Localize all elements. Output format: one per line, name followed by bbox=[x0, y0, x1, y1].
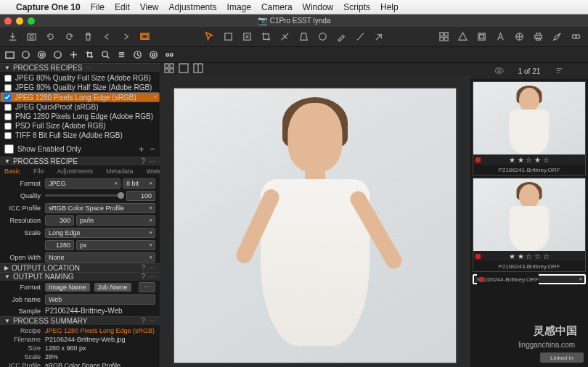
details-tab-icon[interactable] bbox=[100, 49, 111, 60]
eraser-icon[interactable] bbox=[354, 30, 367, 44]
color-tag[interactable] bbox=[479, 277, 484, 282]
visibility-icon[interactable] bbox=[494, 66, 504, 77]
focus-mask-icon[interactable] bbox=[475, 30, 488, 44]
reset-icon[interactable] bbox=[44, 30, 57, 44]
keystone-icon[interactable] bbox=[297, 30, 310, 44]
rotate-icon[interactable] bbox=[62, 30, 75, 44]
adjustments-tab-icon[interactable] bbox=[116, 49, 127, 60]
menu-image[interactable]: Image bbox=[227, 2, 251, 12]
trash-icon[interactable] bbox=[81, 30, 94, 44]
remove-recipe-icon[interactable]: − bbox=[150, 144, 155, 154]
process-recipe-header[interactable]: ▼PROCESS RECIPE?⋯ bbox=[0, 157, 160, 165]
thumbnail[interactable]: ★ ★ ☆ ★ ☆ P2106241-Brittney.ORF bbox=[473, 81, 586, 176]
view-mode-single-icon[interactable] bbox=[179, 63, 189, 75]
process-recipes-header[interactable]: ▼PROCESS RECIPES⋯ bbox=[0, 63, 160, 72]
add-recipe-icon[interactable]: + bbox=[139, 144, 144, 154]
recipe-checkbox[interactable] bbox=[4, 132, 12, 139]
rating-stars[interactable]: ★ ★ ☆ ★ ☆ bbox=[509, 156, 550, 164]
recipe-checkbox[interactable] bbox=[4, 123, 12, 130]
menu-camera[interactable]: Camera bbox=[261, 2, 293, 12]
undo-icon[interactable] bbox=[100, 30, 113, 44]
menu-view[interactable]: View bbox=[140, 2, 159, 12]
recipe-checkbox[interactable] bbox=[4, 104, 12, 111]
recipe-item[interactable]: PSD Full Size (Adobe RGB) bbox=[0, 121, 160, 131]
crop-icon[interactable] bbox=[259, 30, 272, 44]
menu-window[interactable]: Window bbox=[303, 2, 334, 12]
rating-stars[interactable]: ★ ★ ☆ ☆ ☆ bbox=[509, 252, 550, 260]
library-tab-icon[interactable] bbox=[4, 49, 15, 60]
exposure-tab-icon[interactable] bbox=[68, 49, 79, 60]
quality-slider[interactable] bbox=[45, 194, 124, 197]
capture-icon[interactable] bbox=[25, 30, 38, 44]
scale-unit-select[interactable]: px bbox=[76, 240, 155, 250]
scale-px-input[interactable]: 1280 bbox=[45, 240, 74, 250]
output-location-header[interactable]: ▶OUTPUT LOCATION?⋯ bbox=[0, 263, 160, 272]
output-naming-header[interactable]: ▼OUTPUT NAMING?⋯ bbox=[0, 272, 160, 281]
metadata-tab-icon[interactable] bbox=[132, 49, 143, 60]
icc-select[interactable]: sRGB Color Space Profile bbox=[45, 203, 155, 213]
output-tab-icon[interactable] bbox=[148, 49, 159, 60]
recipe-tab-adjustments[interactable]: Adjustments bbox=[57, 168, 94, 175]
recipe-checkbox[interactable] bbox=[4, 94, 11, 101]
zoom-icon[interactable] bbox=[240, 30, 253, 44]
styles-icon[interactable] bbox=[513, 30, 526, 44]
traffic-lights[interactable] bbox=[4, 17, 35, 25]
openwith-select[interactable]: None bbox=[45, 252, 155, 263]
hand-icon[interactable] bbox=[221, 30, 234, 44]
loupe-icon[interactable] bbox=[569, 30, 582, 44]
show-enabled-checkbox[interactable] bbox=[4, 144, 14, 154]
recipe-item-selected[interactable]: JPEG 1280 Pixels Long Edge (sRGB) bbox=[0, 92, 160, 102]
cursor-tool-icon[interactable] bbox=[138, 30, 151, 44]
process-summary-header[interactable]: ▼PROCESS SUMMARY?⋯ bbox=[0, 316, 160, 325]
jobname-input[interactable]: Web bbox=[45, 294, 155, 305]
color-tag[interactable] bbox=[475, 254, 481, 259]
lens-tab-icon[interactable] bbox=[36, 49, 47, 60]
recipe-checkbox[interactable] bbox=[4, 84, 12, 91]
annotate-icon[interactable] bbox=[494, 30, 507, 44]
menu-scripts[interactable]: Scripts bbox=[343, 2, 370, 12]
thumbnail-selected[interactable]: P2106244-Brittney.ORF bbox=[473, 274, 586, 284]
capture-tab-icon[interactable] bbox=[20, 49, 31, 60]
sort-icon[interactable] bbox=[555, 66, 564, 77]
import-icon[interactable] bbox=[6, 30, 19, 44]
recipe-checkbox[interactable] bbox=[4, 113, 12, 120]
menu-edit[interactable]: Edit bbox=[115, 2, 130, 12]
recipe-item[interactable]: JPEG 80% Quality Half Size (Adobe RGB) bbox=[0, 83, 160, 92]
menu-file[interactable]: File bbox=[91, 2, 105, 12]
recipe-item[interactable]: PNG 1280 Pixels Long Edge (Adobe RGB) bbox=[0, 112, 160, 121]
spot-icon[interactable] bbox=[316, 30, 329, 44]
token-job-name[interactable]: Job Name bbox=[94, 283, 131, 292]
bitdepth-select[interactable]: 8 bit bbox=[123, 178, 155, 189]
quality-value[interactable]: 100 bbox=[126, 191, 155, 201]
pointer-icon[interactable] bbox=[203, 30, 216, 44]
resolution-input[interactable]: 300 bbox=[45, 215, 74, 226]
copy-icon[interactable] bbox=[372, 30, 385, 44]
recipe-checkbox[interactable] bbox=[4, 75, 12, 82]
redo-icon[interactable] bbox=[119, 30, 132, 44]
recipe-tab-basic[interactable]: Basic bbox=[4, 168, 20, 175]
recipe-item[interactable]: JPEG 80% Quality Full Size (Adobe RGB) bbox=[0, 73, 160, 83]
brush-icon[interactable] bbox=[335, 30, 348, 44]
recipe-tab-file[interactable]: File bbox=[33, 168, 44, 175]
edit-icon[interactable] bbox=[550, 30, 563, 44]
crop-tab-icon[interactable] bbox=[84, 49, 95, 60]
menu-help[interactable]: Help bbox=[380, 2, 399, 12]
recipe-tab-metadata[interactable]: Metadata bbox=[106, 168, 134, 175]
token-image-name[interactable]: Image Name bbox=[45, 283, 90, 292]
exposure-warn-icon[interactable] bbox=[456, 30, 469, 44]
main-image[interactable] bbox=[173, 88, 457, 363]
naming-builder-button[interactable]: ⋯ bbox=[139, 282, 155, 292]
format-select[interactable]: JPEG bbox=[45, 178, 121, 189]
thumbnail[interactable]: ★ ★ ☆ ☆ ☆ P2106243-Brittney.ORF bbox=[473, 178, 586, 272]
recipe-item[interactable]: TIFF 8 Bit Full Size (Adobe RGB) bbox=[0, 131, 160, 140]
color-tab-icon[interactable] bbox=[52, 49, 63, 60]
view-mode-split-icon[interactable] bbox=[193, 63, 203, 75]
menu-adjustments[interactable]: Adjustments bbox=[169, 2, 217, 12]
resolution-unit-select[interactable]: px/in bbox=[76, 215, 155, 226]
color-tag[interactable] bbox=[475, 157, 481, 162]
recipe-tab-watermark[interactable]: Watermark bbox=[147, 168, 160, 175]
straighten-icon[interactable] bbox=[278, 30, 291, 44]
print-icon[interactable] bbox=[531, 30, 544, 44]
grid-view-icon[interactable] bbox=[437, 30, 450, 44]
scale-select[interactable]: Long Edge bbox=[45, 228, 155, 238]
